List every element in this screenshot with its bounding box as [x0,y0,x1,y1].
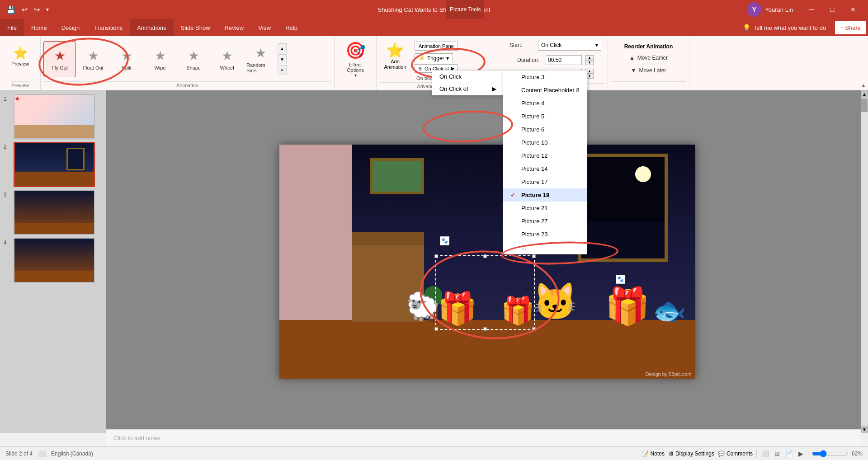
pic-menu-more[interactable]: ... [503,241,587,254]
trigger-menu-onclick[interactable]: On Click [432,70,504,83]
anim-floatout[interactable]: ★ Float Out [77,41,109,77]
pic-menu-contentplaceholder8[interactable]: Content Placeholder 8 [503,84,587,97]
menu-help[interactable]: Help [278,19,305,36]
move-later-button[interactable]: ▼ Move Later [628,66,669,75]
view-slideshow-button[interactable]: ▶ [797,449,804,458]
gift-green: 🎁 [501,297,535,324]
anim-wipe-label: Wipe [154,65,165,70]
menu-transitions[interactable]: Transitions [87,19,130,36]
duration-row: Duration: 00.50 ▲ ▼ [517,55,594,65]
zoom-level: 62% [852,451,863,457]
trigger-button[interactable]: ⚡ Trigger ▾ [415,53,453,63]
notes-label: Notes [651,451,665,457]
language: English (Canada) [51,451,93,457]
redo-icon[interactable]: ↪ [32,4,42,16]
divider1 [756,449,757,458]
slide-thumbnail-2[interactable]: 2 [4,142,103,187]
scroll-more-button[interactable]: ≡ [278,65,287,75]
zoom-slider[interactable] [812,450,848,457]
pic-menu-picture23[interactable]: Picture 23 [503,228,587,241]
pic-menu-picture4[interactable]: Picture 4 [503,97,587,110]
slide-thumbnail-1[interactable]: 1 ★ [4,94,103,139]
pic27-label: Picture 27 [521,218,548,225]
view-sorter-button[interactable]: ⊞ [774,449,781,458]
scroll-down-arrow[interactable]: ▼ [861,426,868,433]
anim-wipe[interactable]: ★ Wipe [144,41,176,77]
window-element [578,154,668,262]
minimize-button[interactable]: ─ [801,0,822,19]
anim-randombars[interactable]: ★ Random Bars [244,41,277,77]
animation-pane-button[interactable]: Animation Pane [415,42,458,51]
view-normal-button[interactable]: ⬜ [760,449,770,458]
scroll-up-button[interactable]: ▲ [278,43,287,53]
pic-menu-picture27[interactable]: Picture 27 [503,215,587,228]
pic-menu-picture21[interactable]: Picture 21 [503,202,587,215]
duration-down[interactable]: ▼ [585,60,594,65]
menu-slideshow[interactable]: Slide Show [174,19,217,36]
title-bar: 💾 ↩ ↪ ▾ Shushing Cat Wants to Share - Po… [0,0,868,19]
anim-wheel-label: Wheel [220,65,234,70]
menu-animations[interactable]: Animations [130,19,173,36]
menu-file[interactable]: File [0,19,24,36]
pic-menu-picture10[interactable]: Picture 10 [503,136,587,149]
ribbon-collapse[interactable]: ▲ [859,36,868,90]
start-dropdown[interactable]: On Click ▾ [538,40,601,51]
cat-character: 🐱 [533,284,578,320]
comments-button[interactable]: 💬 Comments [718,451,753,457]
notes-button[interactable]: 📝 Notes [642,451,665,457]
pic-menu-picture17[interactable]: Picture 17 [503,175,587,188]
pic19-label: Picture 19 [521,192,549,198]
move-earlier-button[interactable]: ▲ Move Earlier [627,53,670,62]
app-body: 1 ★ 2 3 [0,90,868,433]
slide3-thumbnail [14,190,95,235]
user-avatar: Y [747,2,761,17]
pic-menu-picture12[interactable]: Picture 12 [503,149,587,162]
duration-spinner: ▲ ▼ [585,55,594,65]
pic-menu-picture6[interactable]: Picture 6 [503,123,587,136]
slide-thumbnail-3[interactable]: 3 [4,190,103,235]
menu-design[interactable]: Design [54,19,87,36]
close-button[interactable]: ✕ [843,0,863,19]
preview-button[interactable]: ⭐ Preview [4,38,37,74]
save-icon[interactable]: 💾 [5,4,17,16]
menu-home[interactable]: Home [24,19,54,36]
restore-button[interactable]: □ [822,0,843,19]
view-reading-button[interactable]: 📄 [784,449,794,458]
effect-options-label: EffectOptions [347,62,364,73]
add-animation-button[interactable]: ⭐ AddAnimation [382,40,408,71]
notes-bar: Click to add notes [106,429,861,446]
slide1-anim-icon: ★ [14,95,20,102]
anim-shape[interactable]: ★ Shape [177,41,210,77]
slide-icon: ⬜ [38,450,46,457]
scroll-thumb[interactable] [861,99,868,112]
duration-up[interactable]: ▲ [585,55,594,60]
menu-view[interactable]: View [251,19,278,36]
trigger-onclickof-arrow: ▶ [492,85,496,92]
slide-num-4: 4 [4,238,11,246]
anim-flyout[interactable]: ★ Fly Out [43,41,76,77]
share-button[interactable]: ↑ Share [835,21,866,34]
customize-icon[interactable]: ▾ [44,5,51,14]
undo-icon[interactable]: ↩ [20,4,29,16]
anim-shape-label: Shape [186,65,201,70]
pic-menu-picture5[interactable]: Picture 5 [503,110,587,123]
pic-menu-picture3[interactable]: Picture 3 [503,70,587,84]
pic17-label: Picture 17 [521,178,548,185]
menu-review[interactable]: Review [217,19,251,36]
slide-thumbnail-4[interactable]: 4 [4,238,103,283]
trigger-menu-onclickof[interactable]: On Click of ▶ [432,83,504,95]
notes-placeholder[interactable]: Click to add notes [113,435,160,441]
display-settings-button[interactable]: 🖥 Display Settings [668,451,714,457]
tell-me-box[interactable]: 💡 Tell me what you want to do [736,19,833,36]
pic-menu-picture19[interactable]: ✓ Picture 19 [503,188,587,202]
trigger-icon: ⚡ [419,55,425,61]
scroll-up-arrow[interactable]: ▲ [861,90,868,98]
notes-icon: 📝 [642,451,649,457]
pic-menu-picture14[interactable]: Picture 14 [503,162,587,175]
slide-canvas[interactable]: 🐱 🐑 🎁 🎁 🎁 🐟 🐾 🐾 [279,145,695,379]
effect-options-button[interactable]: 🎯 EffectOptions ▾ [337,38,373,81]
duration-input[interactable]: 00.50 [546,55,582,65]
scroll-down-button[interactable]: ▼ [278,54,287,64]
anim-split[interactable]: ★ Split [110,41,143,77]
anim-wheel[interactable]: ★ Wheel [211,41,243,77]
